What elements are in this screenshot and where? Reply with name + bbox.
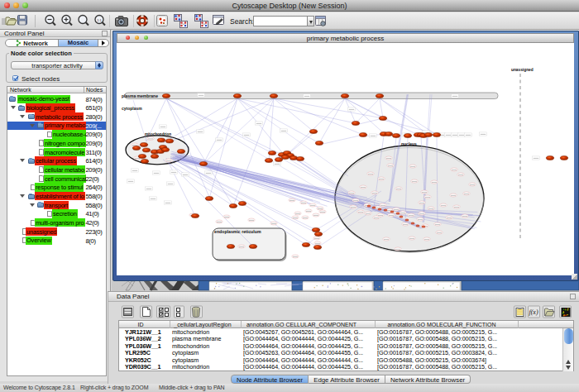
svg-text:plasma membrane: plasma membrane	[122, 93, 158, 98]
svg-text:f(x): f(x)	[529, 308, 538, 316]
svg-text:nucleus: nucleus	[401, 141, 417, 146]
svg-text:1:1: 1:1	[97, 18, 102, 22]
svg-text:unassigned: unassigned	[511, 68, 534, 72]
svg-text:cytoplasm: cytoplasm	[122, 106, 142, 111]
svg-text:endoplasmic reticulum: endoplasmic reticulum	[214, 229, 261, 234]
